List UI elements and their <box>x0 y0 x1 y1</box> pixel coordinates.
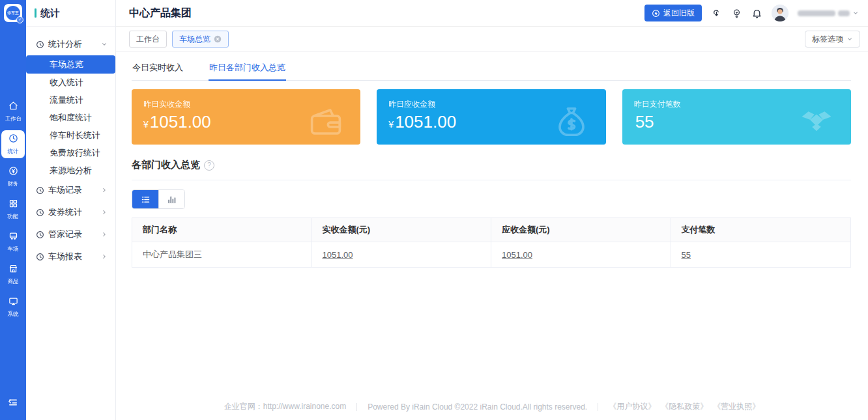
table-header-row: 部门名称 实收金额(元) 应收金额(元) 支付笔数 <box>132 218 850 242</box>
back-to-old-version-button[interactable]: 返回旧版 <box>644 5 702 21</box>
sidebar-item-traffic-stats[interactable]: 流量统计 <box>26 91 115 109</box>
sidebar-item-income-stats[interactable]: 收入统计 <box>26 74 115 91</box>
home-icon <box>8 101 18 113</box>
column-header: 支付笔数 <box>671 218 851 242</box>
system-icon <box>8 296 18 309</box>
rail-item-parking[interactable]: 车场 <box>1 228 25 256</box>
sidebar-group-label: 发券统计 <box>48 206 101 218</box>
clock-circle-icon <box>36 208 44 217</box>
rail-item-label: 系统 <box>7 310 18 318</box>
chevron-down-icon <box>846 36 853 42</box>
footer-link-user-agreement[interactable]: 《用户协议》 <box>609 401 656 412</box>
section-header: 各部门收入总览 <box>132 159 851 180</box>
bar-chart-icon <box>167 195 177 204</box>
tag-options-label: 标签选项 <box>812 34 843 45</box>
receivable-amount-link[interactable]: 1051.00 <box>502 250 532 260</box>
tag-workbench[interactable]: 工作台 <box>129 31 167 48</box>
chevron-down-icon <box>852 10 859 16</box>
received-amount-link[interactable]: 1051.00 <box>323 250 353 260</box>
footer-links: 《用户协议》 《隐私政策》 《营业执照》 <box>598 401 770 412</box>
rail-item-label: 功能 <box>7 212 18 220</box>
footer: 企业官网：http://www.irainone.com Powered By … <box>116 401 868 412</box>
sidebar-group-coupon-stats[interactable]: 发券统计 <box>26 201 115 223</box>
sidebar-item-duration-stats[interactable]: 停车时长统计 <box>26 126 115 144</box>
sidebar-group-label: 统计分析 <box>48 38 101 50</box>
clock-circle-icon <box>36 231 44 239</box>
dept-name-cell: 中心产品集团三 <box>132 242 312 267</box>
column-header: 部门名称 <box>132 218 312 242</box>
dept-income-table: 部门名称 实收金额(元) 应收金额(元) 支付笔数 中心产品集团三 1051.0… <box>132 217 851 268</box>
footer-copyright: Powered By iRain Cloud ©2022 iRain Cloud… <box>357 402 598 412</box>
bell-icon[interactable] <box>751 8 762 19</box>
view-toggle <box>132 189 185 209</box>
sidebar-group-parking-records[interactable]: 车场记录 <box>26 179 115 201</box>
currency-symbol: ¥ <box>143 119 149 130</box>
goods-icon <box>8 264 18 276</box>
rail-item-label: 商品 <box>7 277 18 285</box>
app-window: 停车王 ✓ 工作台 统计 财务 功能 车场 <box>0 0 868 420</box>
download-icon[interactable] <box>711 8 722 19</box>
tag-bar: 工作台 车场总览 标签选项 <box>116 27 868 52</box>
sidebar-item-free-pass-stats[interactable]: 免费放行统计 <box>26 144 115 161</box>
sidebar-item-parking-overview[interactable]: 车场总览 <box>26 55 115 74</box>
secondary-sidebar: 统计 统计分析 车场总览 收入统计 流量统计 饱和度统计 停车时长统计 免费放行… <box>26 0 116 420</box>
back-button-label: 返回旧版 <box>663 8 695 19</box>
sidebar-item-saturation-stats[interactable]: 饱和度统计 <box>26 109 115 126</box>
logo-check-badge: ✓ <box>16 16 23 23</box>
sidebar-group-label: 车场记录 <box>48 184 101 196</box>
card-yesterday-payment-count: 昨日支付笔数 55 <box>622 89 851 145</box>
rail-item-finance[interactable]: 财务 <box>1 163 25 191</box>
rail-item-goods[interactable]: 商品 <box>1 260 25 288</box>
rail-item-modules[interactable]: 功能 <box>1 195 25 223</box>
chevron-right-icon <box>101 253 108 260</box>
card-amount: 1051.00 <box>395 112 456 132</box>
rail-item-system[interactable]: 系统 <box>1 293 25 321</box>
tab-today-realtime-income[interactable]: 今日实时收入 <box>132 59 184 80</box>
column-header: 实收金额(元) <box>312 218 492 242</box>
rail-item-label: 财务 <box>7 180 18 188</box>
rail-item-workbench[interactable]: 工作台 <box>1 98 25 126</box>
footer-link-business-license[interactable]: 《营业执照》 <box>713 401 760 412</box>
parking-icon <box>8 231 18 244</box>
sidebar-group-steward-records[interactable]: 管家记录 <box>26 223 115 245</box>
avatar[interactable] <box>772 5 788 21</box>
app-logo[interactable]: 停车王 ✓ <box>4 4 22 22</box>
rail-item-label: 统计 <box>7 147 18 155</box>
tag-options-button[interactable]: 标签选项 <box>805 31 860 48</box>
column-header: 应收金额(元) <box>491 218 671 242</box>
chevron-right-icon <box>101 231 108 238</box>
sidebar-group-stat-analysis[interactable]: 统计分析 <box>26 33 115 55</box>
help-icon[interactable] <box>204 160 214 171</box>
sidebar-title: 统计 <box>40 7 60 20</box>
tag-parking-overview[interactable]: 车场总览 <box>172 31 229 48</box>
tag-label: 工作台 <box>136 34 160 45</box>
user-menu[interactable] <box>798 10 859 16</box>
payment-count-link[interactable]: 55 <box>682 250 691 260</box>
footer-link-privacy-policy[interactable]: 《隐私政策》 <box>661 401 708 412</box>
collapse-sidebar-icon[interactable] <box>7 397 19 411</box>
tab-yesterday-dept-income[interactable]: 昨日各部门收入总览 <box>209 59 286 81</box>
sidebar-header: 统计 <box>26 0 115 27</box>
rail-item-label: 工作台 <box>5 115 22 122</box>
sidebar-title-accent <box>35 8 36 18</box>
rail-nav: 工作台 统计 财务 功能 车场 商品 <box>0 22 26 397</box>
close-icon[interactable] <box>214 35 222 43</box>
content: 今日实时收入 昨日各部门收入总览 昨日实收金额 ¥ 1051.00 昨日应收金额 <box>116 52 868 420</box>
handshake-icon <box>799 104 834 139</box>
rail-item-stats[interactable]: 统计 <box>1 130 25 158</box>
clock-circle-icon <box>36 40 44 49</box>
card-yesterday-received: 昨日实收金额 ¥ 1051.00 <box>132 89 360 145</box>
bulb-icon[interactable] <box>731 8 742 19</box>
user-name-redacted <box>838 10 850 16</box>
sidebar-group-label: 车场报表 <box>48 251 101 262</box>
sidebar-item-origin-analysis[interactable]: 来源地分析 <box>26 161 115 179</box>
sidebar-menu: 统计分析 车场总览 收入统计 流量统计 饱和度统计 停车时长统计 免费放行统计 … <box>26 27 115 268</box>
list-view-button[interactable] <box>132 190 158 208</box>
clock-circle-icon <box>36 253 44 261</box>
sidebar-group-parking-reports[interactable]: 车场报表 <box>26 245 115 268</box>
card-amount: 55 <box>635 112 654 132</box>
moneybag-icon <box>554 104 589 139</box>
chevron-down-icon <box>101 41 108 48</box>
tag-label: 车场总览 <box>179 34 210 45</box>
chart-view-button[interactable] <box>158 190 184 208</box>
